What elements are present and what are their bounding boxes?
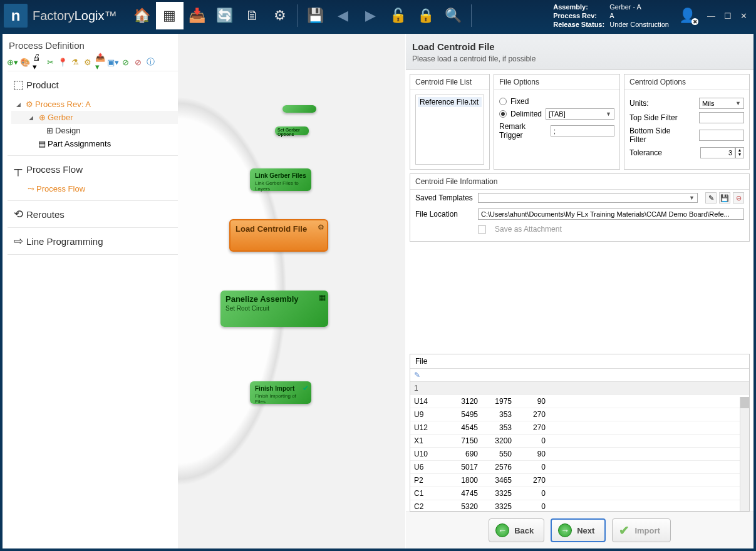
check-icon: ✔ [619, 523, 629, 538]
scrollbar[interactable] [740, 397, 749, 511]
section-process-flow[interactable]: ┬ Process Flow ⊙ [8, 156, 210, 182]
separator [471, 4, 472, 27]
chip-icon: ▦ [319, 293, 326, 302]
wizard-title: Load Centroid File [412, 41, 747, 52]
grid-header: File [410, 354, 749, 369]
delimiter-select[interactable]: [TAB]▼ [546, 108, 614, 120]
reroute-icon: ⟲ [10, 207, 26, 221]
import-button[interactable]: ✔Import [612, 518, 670, 542]
separator [298, 4, 298, 27]
print-icon[interactable]: 🖨▾ [33, 57, 43, 67]
table-row[interactable]: U124545353270 [410, 421, 749, 435]
save-template-button[interactable]: 💾 [719, 192, 730, 203]
settings-button[interactable]: ⚙ [266, 2, 294, 29]
design-icon: ⊞ [44, 126, 55, 135]
save-button[interactable]: 💾 [302, 2, 329, 29]
close-button[interactable]: ✕ [740, 11, 747, 21]
file-list[interactable]: Reference File.txt [415, 95, 484, 165]
document-button[interactable]: 🗎 [239, 2, 266, 29]
table-row[interactable]: P218003465270 [410, 474, 749, 487]
step-link-gerber[interactable]: Link Gerber Files Link Gerber Files to L… [250, 168, 311, 191]
export-icon[interactable]: 📤▾ [95, 57, 105, 67]
tree-gerber[interactable]: ◢⊕Gerber [11, 111, 210, 124]
sync-button[interactable]: 🔄 [211, 2, 239, 29]
gear-small-icon[interactable]: ⚙ [83, 57, 93, 67]
add-icon[interactable]: ⊕▾ [8, 57, 18, 67]
bottom-filter-input[interactable] [699, 130, 744, 141]
flask-icon[interactable]: ⚗ [70, 57, 80, 67]
process-canvas[interactable]: Set Gerber Options Link Gerber Files Lin… [215, 34, 753, 548]
tolerance-input[interactable]: 3 [700, 147, 735, 158]
table-row[interactable]: C2532033250 [410, 500, 749, 512]
top-filter-input[interactable] [699, 112, 744, 123]
tolerance-spinner[interactable]: ▲▼ [735, 147, 744, 158]
radio-fixed[interactable]: Fixed [499, 97, 614, 106]
tree-part-assignments[interactable]: ▤Part Assignments [11, 137, 210, 150]
back-nav-button[interactable]: ◀ [329, 2, 357, 29]
table-row[interactable]: X1715032000 [410, 435, 749, 448]
grid-table[interactable]: 1 U143120197590U95495353270U124545353270… [410, 382, 749, 511]
chevron-down-icon: ▼ [606, 111, 611, 117]
deny-icon[interactable]: ⊘ [133, 57, 143, 67]
step-set-gerber-options[interactable]: Set Gerber Options [275, 126, 309, 135]
table-row[interactable]: U1069055090 [410, 448, 749, 461]
step-load-centroid[interactable]: Load Centroid File ⚙ [229, 219, 328, 252]
table-row[interactable]: U95495353270 [410, 408, 749, 421]
user-icon[interactable]: 👤 [679, 8, 696, 24]
remark-trigger-input[interactable]: ; [551, 125, 614, 136]
file-data-grid: File ✎ 1 U143120197590U95495353270U12454… [410, 354, 750, 512]
chevron-down-icon: ▼ [689, 195, 695, 201]
next-button[interactable]: →Next [551, 518, 606, 542]
step-tiny[interactable] [282, 105, 316, 113]
file-location-input[interactable]: C:\Users\ahunt\Documents\My FLx Training… [478, 209, 744, 220]
step-finish-import[interactable]: Finish Import Finish Importing of Files … [250, 381, 311, 404]
collapse-up-icon: ⊙ [198, 162, 207, 176]
back-button[interactable]: ←Back [489, 518, 544, 542]
cut-icon[interactable]: ✂ [45, 57, 55, 67]
home-button[interactable]: 🏠 [128, 2, 156, 29]
arrow-right-icon: → [558, 523, 572, 537]
panel-file-options: File Options Fixed Delimited [TAB]▼ Rema… [494, 74, 620, 170]
minimize-button[interactable]: — [707, 11, 715, 21]
search-button[interactable]: 🔍 [440, 2, 467, 29]
package-button[interactable]: 📥 [184, 2, 211, 29]
step-panelize[interactable]: Panelize Assembly Set Root Circuit ▦ [220, 291, 328, 327]
layer-icon[interactable]: ▣▾ [108, 57, 118, 67]
panel-centroid-file-list: Centroid File List Reference File.txt [410, 74, 490, 170]
grid-edit-icon[interactable]: ✎ [410, 369, 749, 382]
right-pane: Load Centroid File Please load a centroi… [405, 34, 753, 548]
flow-small-icon: ⤳ [25, 184, 36, 193]
unlock-button[interactable]: 🔓 [385, 2, 412, 29]
saved-templates-select[interactable]: ▼ [478, 193, 698, 203]
section-line-programming[interactable]: ⇨ Line Programming ⊙ [8, 228, 210, 254]
section-product[interactable]: ⬚ Product ⊙ [8, 71, 210, 98]
table-row[interactable]: U6501725760 [410, 461, 749, 474]
app-logo-icon: n [4, 4, 28, 28]
table-row[interactable]: C1474533250 [410, 487, 749, 500]
wizard-buttons: ←Back →Next ✔Import [406, 512, 753, 548]
gear-icon: ⚙ [24, 100, 35, 109]
tree-process-flow-item[interactable]: ⤳Process Flow [11, 182, 210, 195]
pin-small-icon[interactable]: 📍 [58, 57, 68, 67]
maximize-button[interactable]: ☐ [724, 11, 732, 21]
edit-template-button[interactable]: ✎ [705, 192, 717, 203]
allow-icon[interactable]: ⊘ [120, 57, 130, 67]
grid-button[interactable]: ▦ [156, 2, 184, 29]
section-reroutes[interactable]: ⟲ Reroutes ⊙ [8, 201, 210, 227]
radio-delimited[interactable] [499, 110, 507, 118]
tree-process-rev[interactable]: ◢⚙Process Rev: A [11, 98, 210, 111]
file-list-item[interactable]: Reference File.txt [418, 97, 482, 107]
info-icon[interactable]: ⓘ [145, 57, 155, 67]
palette-icon[interactable]: 🎨 [20, 57, 30, 67]
save-attachment-checkbox[interactable] [478, 225, 486, 234]
lock-button[interactable]: 🔒 [412, 2, 440, 29]
forward-nav-button[interactable]: ▶ [357, 2, 385, 29]
pin-icon[interactable]: 📌 [199, 41, 209, 50]
check-icon: ✔ [303, 384, 309, 393]
units-select[interactable]: Mils▼ [699, 98, 744, 109]
cube-icon: ⬚ [10, 78, 26, 91]
table-row[interactable]: U143120197590 [410, 395, 749, 408]
delete-template-button[interactable]: ⊖ [733, 192, 744, 203]
parts-icon: ▤ [36, 139, 48, 148]
tree-design[interactable]: ⊞Design [11, 124, 210, 137]
